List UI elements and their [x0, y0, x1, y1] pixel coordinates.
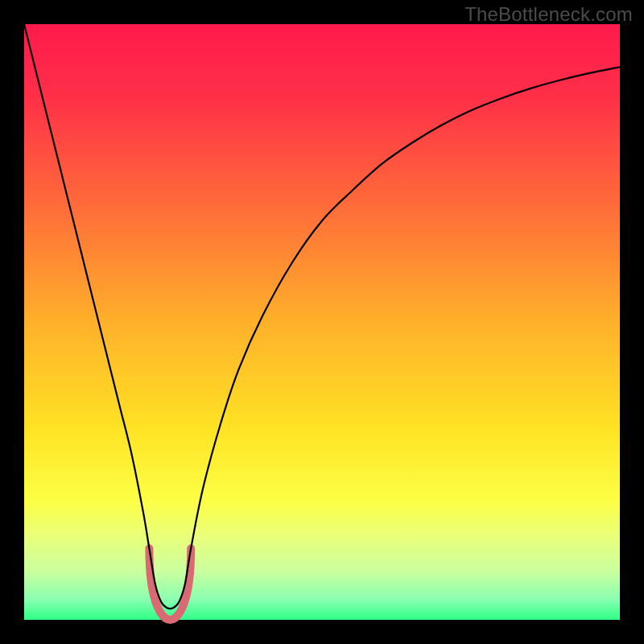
chart-frame: TheBottleneck.com: [0, 0, 644, 644]
watermark-text: TheBottleneck.com: [464, 3, 633, 26]
plot-background: [24, 24, 620, 620]
bottleneck-plot: [0, 0, 644, 644]
